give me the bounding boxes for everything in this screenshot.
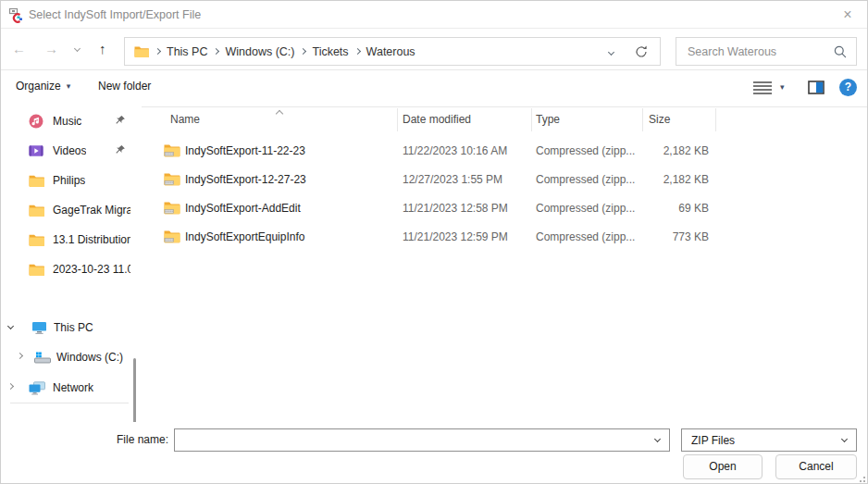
address-dropdown-chevron-icon[interactable] [608,49,614,56]
file-name-label: File name: [94,433,168,446]
refresh-icon[interactable] [634,44,649,59]
column-separator[interactable] [642,108,643,131]
column-header-date-modified[interactable]: Date modified [403,113,471,126]
breadcrumb-this-pc[interactable]: This PC [167,45,207,58]
file-size: 2,182 KB [642,173,709,186]
up-icon[interactable]: ↑ [99,40,106,58]
views-caret-icon[interactable]: ▾ [780,82,785,92]
column-header-row: Name Date modified Type Size [142,107,868,131]
close-button[interactable]: × [832,1,863,28]
folder-icon [29,203,45,217]
file-type-select[interactable]: ZIP Files [681,428,857,452]
sidebar-item-windows-c[interactable]: Windows (C:) [1,344,142,370]
folder-icon [29,173,45,188]
sort-ascending-icon [276,110,283,118]
column-separator[interactable] [531,108,532,131]
this-pc-icon [31,320,48,335]
new-folder-button[interactable]: New folder [98,80,151,93]
sidebar-item-label: Music [53,115,81,128]
new-folder-label: New folder [98,80,151,93]
window-title: Select IndySoft Import/Export File [29,8,201,21]
file-row[interactable]: IndySoftExportEquipInfo 11/21/2023 12:59… [142,223,868,252]
views-list-icon[interactable] [753,81,772,95]
network-icon [29,380,45,395]
help-button[interactable]: ? [839,79,857,96]
file-row[interactable]: IndySoftExport-12-27-23 12/27/2023 1:55 … [142,166,868,194]
file-name-combo [174,428,670,452]
open-button[interactable]: Open [683,454,763,479]
file-list-panel: Name Date modified Type Size IndySoftExp… [142,106,868,422]
file-date-modified: 12/27/2023 1:55 PM [403,173,502,186]
file-date-modified: 11/22/2023 10:16 AM [403,144,507,157]
search-icon[interactable] [834,45,847,58]
file-name-dropdown-chevron-icon[interactable] [654,436,661,442]
drive-icon [34,350,51,365]
file-row[interactable]: IndySoftExport-11-22-23 11/22/2023 10:16… [142,137,868,166]
breadcrumb-tickets[interactable]: Tickets [312,45,348,58]
zip-folder-icon [164,143,180,157]
app-icon [8,7,24,23]
zip-folder-icon [164,201,180,215]
sidebar-item-2023-10-23[interactable]: 2023-10-23 11.01 [1,256,142,282]
sidebar-item-music[interactable]: Music [1,108,142,134]
file-name: IndySoftExport-AddEdit [185,202,301,215]
sidebar-item-label: Philips [53,174,85,187]
video-icon [29,143,45,158]
cancel-button[interactable]: Cancel [775,454,857,479]
resize-grip[interactable] [858,475,865,482]
zip-folder-icon [164,172,180,186]
sidebar: Music Videos [1,106,142,422]
file-type: Compressed (zipp... [536,173,635,186]
file-type: Compressed (zipp... [536,202,635,215]
sidebar-item-videos[interactable]: Videos [1,138,142,164]
address-bar[interactable]: This PC Windows (C:) Tickets Waterous [124,37,661,66]
file-row[interactable]: IndySoftExport-AddEdit 11/21/2023 12:58 … [142,194,868,223]
pin-icon [114,115,126,127]
column-separator[interactable] [715,108,716,131]
sidebar-item-13-1-distribution[interactable]: 13.1 Distribution [1,227,142,253]
organize-caret-icon: ▾ [67,81,71,91]
file-size: 2,182 KB [642,144,709,157]
chevron-down-icon[interactable] [7,323,14,329]
column-header-name[interactable]: Name [170,113,200,126]
sidebar-item-philips[interactable]: Philips [1,168,142,193]
breadcrumb-separator-icon [300,48,306,55]
organize-button[interactable]: Organize ▾ [16,80,70,93]
sidebar-item-label: Videos [53,144,86,157]
zip-folder-icon [164,230,180,243]
sidebar-item-label: Network [53,381,93,394]
preview-pane-icon[interactable] [808,81,825,94]
breadcrumb-waterous[interactable]: Waterous [366,45,415,58]
sidebar-item-this-pc[interactable]: This PC [1,315,142,341]
back-icon[interactable]: ← [12,40,26,58]
breadcrumb-separator-icon [354,48,361,55]
column-header-type[interactable]: Type [536,113,560,126]
file-type: Compressed (zipp... [536,144,635,157]
forward-icon[interactable]: → [44,40,58,58]
file-name-input[interactable] [175,429,642,451]
chevron-right-icon[interactable] [7,383,14,390]
file-name: IndySoftExportEquipInfo [185,230,304,243]
column-header-size[interactable]: Size [649,113,670,126]
breadcrumb-separator-icon [213,48,219,55]
file-size: 69 KB [642,202,709,215]
file-name: IndySoftExport-12-27-23 [185,173,306,186]
breadcrumb-windows-c[interactable]: Windows (C:) [225,45,294,58]
column-separator[interactable] [397,108,398,131]
folder-icon [29,262,45,277]
sidebar-item-label: 13.1 Distribution [53,233,130,246]
recent-locations-chevron-icon[interactable] [74,45,81,52]
sidebar-item-network[interactable]: Network [1,375,142,401]
folder-icon [29,232,45,247]
search-box [676,37,857,66]
chevron-right-icon[interactable] [17,353,23,359]
sidebar-item-gagetrak-migration[interactable]: GageTrak Migrati [1,197,142,223]
sidebar-item-label: GageTrak Migrati [53,204,130,217]
address-folder-icon [134,45,149,57]
footer: File name: ZIP Files Open Cancel [1,422,868,484]
sidebar-item-label: 2023-10-23 11.01 [53,263,130,276]
search-input[interactable] [676,38,825,65]
file-size: 773 KB [642,230,709,243]
music-icon [29,114,45,129]
navigation-bar: ← → ↑ This PC Windows (C:) Tickets Water… [1,29,867,70]
